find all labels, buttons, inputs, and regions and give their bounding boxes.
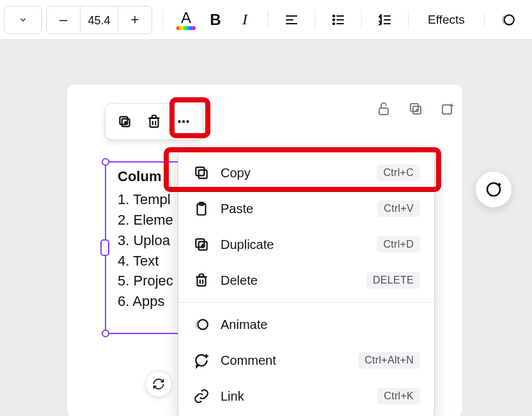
svg-point-7 xyxy=(333,22,335,24)
ctx-shortcut: Ctrl+Alt+N xyxy=(358,352,420,369)
chevron-down-icon xyxy=(19,15,27,24)
list-item: 1. Templ xyxy=(118,189,173,210)
svg-rect-26 xyxy=(150,118,159,127)
more-icon xyxy=(175,113,192,130)
ctx-duplicate[interactable]: Duplicate Ctrl+D xyxy=(178,227,434,262)
svg-point-30 xyxy=(182,120,185,123)
ctx-animate[interactable]: Animate xyxy=(178,307,434,342)
sparkle-chat-icon xyxy=(484,180,503,199)
effects-button[interactable]: Effects xyxy=(419,7,474,33)
ctx-comment[interactable]: Comment Ctrl+Alt+N xyxy=(178,342,434,378)
trash-icon xyxy=(146,113,162,130)
svg-point-5 xyxy=(333,19,335,20)
italic-button[interactable]: I xyxy=(232,7,258,33)
animate-icon xyxy=(192,316,210,333)
canvas-area: Colum 1. Templ 2. Eleme 3. Uploa 4. Text… xyxy=(0,40,532,416)
ctx-shortcut: Ctrl+C xyxy=(377,164,420,181)
duplicate-icon xyxy=(116,113,133,130)
animate-toolbar-button[interactable] xyxy=(495,7,520,33)
lock-button[interactable] xyxy=(375,100,393,118)
ctx-shortcut: Ctrl+K xyxy=(377,388,420,404)
ctx-shortcut: DELETE xyxy=(366,272,420,289)
duplicate-selection-button[interactable] xyxy=(111,108,139,136)
bold-button[interactable]: B xyxy=(203,7,228,33)
unlock-icon xyxy=(376,101,391,116)
paste-icon xyxy=(192,200,210,218)
svg-rect-14 xyxy=(379,108,388,115)
more-options-button[interactable] xyxy=(169,108,198,136)
align-icon xyxy=(284,12,299,28)
text-color-button[interactable]: A xyxy=(173,10,199,30)
ctx-link[interactable]: Link Ctrl+K xyxy=(178,378,434,414)
cycle-button[interactable] xyxy=(146,371,171,397)
svg-rect-40 xyxy=(198,277,206,286)
text-color-swatch xyxy=(176,26,196,30)
top-toolbar: – 45.4 + A B I Effects xyxy=(0,0,532,40)
page-actions xyxy=(375,100,457,118)
text-color-letter: A xyxy=(181,10,191,26)
ctx-copy[interactable]: Copy Ctrl+C xyxy=(178,155,434,191)
list-item: 3. Uploa xyxy=(118,230,173,251)
font-size-box: – 45.4 + xyxy=(46,6,152,34)
resize-handle-tl[interactable] xyxy=(102,158,109,166)
text-block[interactable]: Colum 1. Templ 2. Eleme 3. Uploa 4. Text… xyxy=(118,166,173,312)
align-button[interactable] xyxy=(279,7,304,33)
delete-selection-button[interactable] xyxy=(140,108,168,136)
font-size-decrease[interactable]: – xyxy=(47,6,80,33)
font-size-value[interactable]: 45.4 xyxy=(80,6,118,33)
menu-divider xyxy=(178,302,434,303)
add-page-icon xyxy=(440,101,455,116)
font-family-select[interactable] xyxy=(4,6,42,34)
selection-toolbar xyxy=(106,104,203,140)
ctx-shortcut: Ctrl+D xyxy=(377,236,420,253)
svg-rect-32 xyxy=(199,170,207,179)
ai-assist-button[interactable] xyxy=(476,172,512,207)
add-page-button[interactable] xyxy=(439,100,457,118)
duplicate-icon xyxy=(192,236,210,253)
ctx-delete[interactable]: Delete DELETE xyxy=(178,262,434,298)
svg-point-13 xyxy=(504,15,513,24)
svg-point-43 xyxy=(198,319,208,329)
list-item: 6. Apps xyxy=(118,291,173,312)
svg-rect-33 xyxy=(196,167,204,175)
trash-icon xyxy=(192,271,210,289)
ctx-shortcut: Ctrl+V xyxy=(377,200,420,217)
list-button[interactable] xyxy=(325,7,351,33)
spacing-icon xyxy=(377,12,393,28)
text-block-title: Colum xyxy=(118,166,173,187)
comment-icon xyxy=(192,351,210,369)
list-item: 2. Eleme xyxy=(118,210,173,230)
link-icon xyxy=(192,387,210,405)
list-item: 4. Text xyxy=(118,251,173,271)
font-size-increase[interactable]: + xyxy=(118,6,152,33)
ctx-paste[interactable]: Paste Ctrl+V xyxy=(178,191,434,227)
spacing-button[interactable] xyxy=(372,7,398,33)
cycle-icon xyxy=(152,378,165,390)
svg-point-29 xyxy=(178,120,180,123)
svg-rect-19 xyxy=(442,105,451,114)
context-menu: Copy Ctrl+C Paste Ctrl+V Duplicate Ctrl+… xyxy=(178,148,434,416)
list-icon xyxy=(331,12,346,28)
resize-handle-bl[interactable] xyxy=(102,330,109,337)
svg-point-31 xyxy=(186,120,189,123)
animate-icon xyxy=(499,12,516,28)
resize-handle-left[interactable] xyxy=(100,239,109,256)
svg-point-3 xyxy=(333,15,335,17)
list-item: 5. Projec xyxy=(118,271,173,291)
copy-icon xyxy=(192,164,210,182)
duplicate-icon xyxy=(408,101,423,116)
duplicate-page-button[interactable] xyxy=(407,100,425,118)
